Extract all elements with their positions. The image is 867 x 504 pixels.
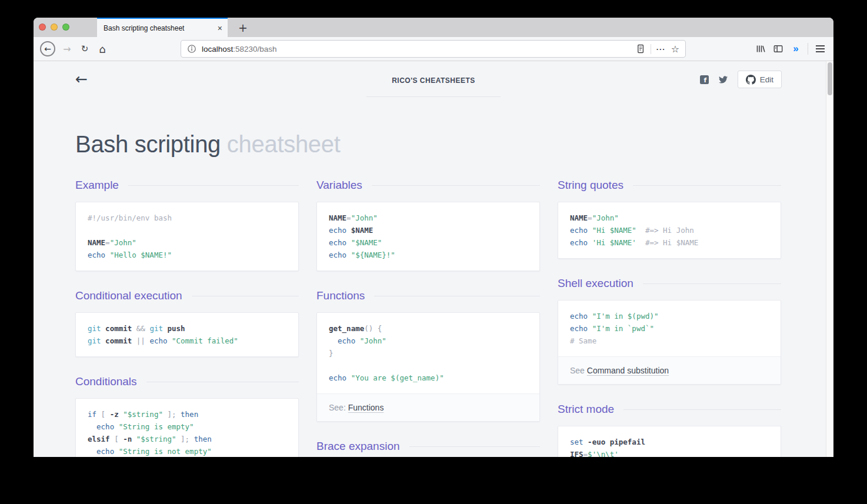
close-window-button[interactable] [39, 24, 46, 31]
code-token-str: "Commit failed" [172, 336, 238, 345]
section-rule [623, 409, 781, 410]
site-info-icon[interactable] [187, 44, 196, 54]
code-block: NAME="John"echo $NAMEecho "$NAME"echo "$… [317, 202, 539, 271]
code-card: get_name() { echo "John"} echo "You are … [316, 312, 540, 422]
code-line: echo "You are $(get_name)" [329, 372, 528, 384]
section-heading-row: Conditional execution [75, 289, 299, 303]
sidebar-icon[interactable] [769, 44, 787, 54]
page-title: Bash scripting cheatsheet [75, 130, 833, 158]
overflow-menu-icon[interactable]: » [787, 43, 805, 55]
github-icon [746, 75, 756, 85]
page-back-arrow[interactable]: ← [75, 71, 88, 88]
zoom-window-button[interactable] [62, 24, 69, 31]
section-conditionals: Conditionalsif [ -z "$string" ]; then ec… [75, 375, 299, 457]
menu-icon[interactable] [811, 45, 829, 52]
see-link-command-substitution[interactable]: Command substitution [587, 366, 669, 375]
section-conditional-execution: Conditional executiongit commit && git p… [75, 289, 299, 357]
back-button[interactable]: ← [40, 41, 55, 56]
page-scrollbar[interactable] [826, 61, 833, 457]
code-token-kw: echo [96, 422, 119, 431]
url-path: :58230/bash [233, 45, 276, 54]
code-token-kw: echo [338, 336, 360, 345]
code-token-kw: echo [149, 336, 172, 345]
column-1: Example#!/usr/bin/env bash NAME="John"ec… [75, 178, 299, 457]
code-token-pun: = [588, 213, 592, 222]
section-title: Shell execution [558, 277, 633, 290]
column-3: String quotesNAME="John"echo "Hi $NAME" … [558, 178, 781, 457]
code-line: echo $NAME [329, 224, 528, 236]
site-title[interactable]: RICO'S CHEATSHEETS [366, 76, 501, 85]
home-button[interactable]: ⌂ [94, 43, 111, 55]
code-line [88, 224, 286, 236]
code-line: git commit || echo "Commit failed" [88, 335, 286, 347]
card-footer: See: Functions [317, 393, 539, 421]
hamburger-icon [816, 45, 825, 52]
section-title: Conditionals [75, 375, 137, 388]
active-tab[interactable]: Bash scripting cheatsheet × [97, 18, 228, 37]
code-token-str: "String is not empty" [119, 447, 212, 456]
forward-button[interactable]: → [58, 44, 76, 55]
code-token-com: #=> Hi John [636, 226, 694, 235]
code-token-pun: ]; [181, 435, 194, 443]
code-card: echo "I'm in $(pwd)"echo "I'm in `pwd`"#… [558, 300, 781, 385]
section-rule [128, 185, 299, 186]
code-token-id: push [167, 324, 185, 333]
code-line: NAME="John" [570, 212, 769, 224]
page-actions-icon[interactable]: ··· [656, 45, 666, 54]
code-token-pun: && [136, 324, 150, 333]
code-token-com: #!/usr/bin/env bash [88, 213, 172, 222]
tab-close-icon[interactable]: × [218, 24, 222, 33]
code-token-pl [329, 336, 338, 345]
code-token-kw: echo [329, 251, 351, 259]
twitter-icon[interactable] [718, 75, 728, 84]
reload-button[interactable]: ↻ [76, 44, 94, 54]
bookmark-star-icon[interactable]: ☆ [671, 44, 679, 55]
toolbar-divider [808, 43, 808, 55]
code-token-str: "John" [110, 238, 136, 247]
code-token-kw: echo [329, 226, 351, 235]
see-link-functions[interactable]: Functions [348, 403, 384, 412]
code-token-id: -n [123, 435, 136, 443]
scrollbar-thumb[interactable] [828, 62, 832, 95]
code-token-id: NAME [329, 213, 346, 222]
new-tab-button[interactable]: + [234, 18, 252, 37]
code-line: echo 'Hi $NAME' #=> Hi $NAME [570, 236, 769, 249]
code-token-pun: [ [101, 410, 110, 419]
code-token-str: "$NAME" [351, 238, 382, 247]
code-line: echo "I'm in `pwd`" [570, 322, 769, 335]
page-title-main: Bash scripting [75, 131, 221, 157]
code-line: echo "I'm in $(pwd)" [570, 310, 769, 322]
code-token-kw: echo [570, 312, 592, 321]
section-title: Example [75, 179, 119, 192]
code-line: get_name() { [329, 322, 528, 335]
section-shell-execution: Shell executionecho "I'm in $(pwd)"echo … [558, 276, 781, 385]
library-icon[interactable] [752, 44, 769, 54]
url-bar[interactable]: localhost:58230/bash ··· ☆ [181, 40, 686, 58]
code-token-kw: echo [329, 373, 351, 382]
code-line: NAME="John" [88, 236, 286, 249]
section-heading-row: Functions [316, 289, 540, 303]
code-token-str: "John" [351, 213, 378, 222]
header-actions: f Edit [700, 71, 782, 88]
code-token-str: "I'm in $(pwd)" [592, 312, 659, 321]
code-token-pun: } [329, 349, 334, 358]
edit-button[interactable]: Edit [738, 71, 782, 88]
code-token-cmd: git [88, 336, 105, 345]
minimize-window-button[interactable] [51, 24, 58, 31]
code-token-id: NAME [88, 238, 105, 247]
code-token-pl [88, 447, 96, 456]
section-heading-row: Shell execution [558, 276, 781, 291]
code-token-pun: || [136, 336, 150, 345]
code-token-id: IFS [570, 450, 583, 457]
facebook-icon[interactable]: f [700, 75, 709, 84]
code-line: echo "Hi $NAME" #=> Hi John [570, 224, 769, 236]
code-token-str: "You are $(get_name)" [351, 373, 444, 382]
reader-mode-icon[interactable] [636, 44, 645, 54]
see-label: See: [329, 403, 348, 412]
code-block: get_name() { echo "John"} echo "You are … [317, 313, 539, 393]
section-functions: Functionsget_name() { echo "John"} echo … [316, 289, 540, 422]
code-token-kw: set [570, 438, 588, 446]
code-token-kw: then [194, 435, 212, 443]
code-token-str: "Hi $NAME" [592, 226, 636, 235]
section-rule [192, 296, 299, 296]
